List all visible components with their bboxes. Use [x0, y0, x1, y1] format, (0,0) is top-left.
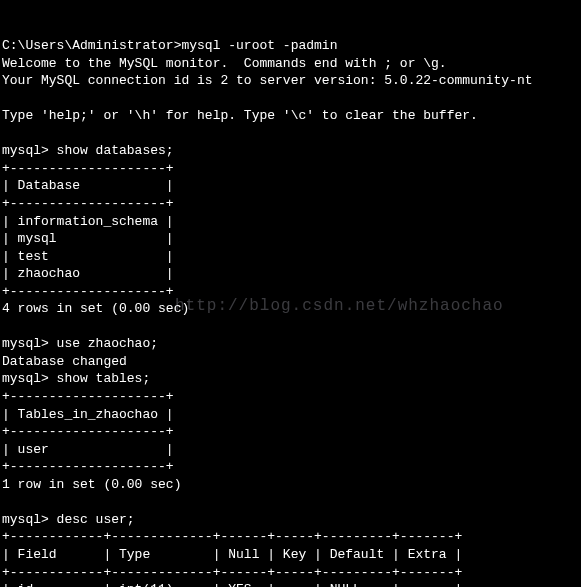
- cmd-prompt-line: C:\Users\Administrator>mysql -uroot -pad…: [2, 38, 337, 53]
- show-databases-cmd: mysql> show databases;: [2, 143, 174, 158]
- table-border: +--------------------+: [2, 459, 174, 474]
- table-border: +------------+-------------+------+-----…: [2, 529, 462, 544]
- connection-line: Your MySQL connection id is 2 to server …: [2, 73, 533, 88]
- table-row: | user |: [2, 442, 174, 457]
- table-border: +------------+-------------+------+-----…: [2, 565, 462, 580]
- table-row: | id | int(11) | YES | | NULL | |: [2, 582, 462, 587]
- show-tables-cmd: mysql> show tables;: [2, 371, 150, 386]
- table-row: | information_schema |: [2, 214, 174, 229]
- desc-user-cmd: mysql> desc user;: [2, 512, 135, 527]
- database-changed: Database changed: [2, 354, 127, 369]
- table-row: | zhaochao |: [2, 266, 174, 281]
- table-row: | mysql |: [2, 231, 174, 246]
- table-header: | Field | Type | Null | Key | Default | …: [2, 547, 462, 562]
- use-database-cmd: mysql> use zhaochao;: [2, 336, 158, 351]
- help-line: Type 'help;' or '\h' for help. Type '\c'…: [2, 108, 478, 123]
- table-border: +--------------------+: [2, 284, 174, 299]
- table-row: | test |: [2, 249, 174, 264]
- table-border: +--------------------+: [2, 196, 174, 211]
- welcome-line: Welcome to the MySQL monitor. Commands e…: [2, 56, 447, 71]
- table-border: +--------------------+: [2, 424, 174, 439]
- table-border: +--------------------+: [2, 161, 174, 176]
- result-summary: 1 row in set (0.00 sec): [2, 477, 181, 492]
- result-summary: 4 rows in set (0.00 sec): [2, 301, 189, 316]
- terminal: C:\Users\Administrator>mysql -uroot -pad…: [2, 37, 581, 587]
- table-header: | Database |: [2, 178, 174, 193]
- table-border: +--------------------+: [2, 389, 174, 404]
- table-header: | Tables_in_zhaochao |: [2, 407, 174, 422]
